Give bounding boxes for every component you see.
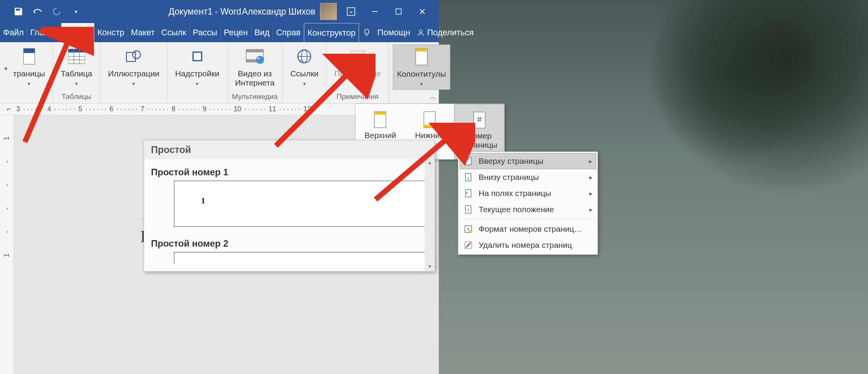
menu-item-label: Вверху страницы	[479, 157, 543, 166]
user-name: Александр Шихов	[242, 7, 315, 17]
customize-qat-icon[interactable]: ▾	[70, 5, 82, 18]
ribbon: ◂ траницы Таблица Таблицы	[0, 42, 439, 104]
pagenumber-button[interactable]: # Номер страницы ▾	[454, 104, 504, 159]
svg-rect-19	[246, 49, 263, 53]
gallery-scrollbar[interactable]: ▴ ▾	[425, 157, 435, 271]
scroll-up-icon[interactable]: ▴	[425, 157, 435, 167]
window-title: Документ1 - Word	[169, 7, 241, 17]
gallery-item-title: Простой номер 2	[151, 238, 428, 249]
tab-mailings[interactable]: Рассы	[190, 23, 221, 42]
addins-button[interactable]: Надстройки	[171, 44, 223, 89]
group-tables: Таблица Таблицы	[53, 42, 100, 103]
top-page-icon: #	[463, 156, 473, 166]
tell-me-icon[interactable]	[359, 23, 374, 42]
headerfooter-button[interactable]: Колонтитулы	[393, 44, 450, 90]
pages-button[interactable]: траницы	[9, 44, 49, 89]
pagenumber-menu: # Вверху страницы ▸ # Внизу страницы ▸ #…	[458, 152, 598, 255]
group-illustrations: Иллюстрации	[100, 42, 167, 103]
footer-icon	[421, 107, 438, 129]
gallery-item-title: Простой номер 1	[151, 167, 428, 178]
undo-icon[interactable]	[31, 5, 44, 18]
ribbon-tabs: Файл Главна Вставк Констр Макет Ссылк Ра…	[0, 23, 439, 42]
help-label[interactable]: Помощн	[374, 23, 413, 42]
user-avatar[interactable]	[320, 3, 337, 20]
menu-remove-numbers[interactable]: # Удалить номера страниц	[459, 237, 596, 253]
tab-file[interactable]: Файл	[0, 23, 27, 42]
ruler-tick: 9	[203, 105, 207, 113]
scroll-left-icon[interactable]: ◂	[4, 64, 7, 72]
menu-top-of-page[interactable]: # Вверху страницы ▸	[459, 153, 596, 169]
redo-icon[interactable]	[51, 5, 63, 18]
ruler-tick: 12	[304, 105, 311, 113]
menu-item-label: Удалить номера страниц	[479, 241, 572, 250]
menu-page-margins[interactable]: # На полях страницы ▸	[459, 185, 596, 201]
ruler-tick: 7	[141, 105, 144, 113]
tab-help[interactable]: Справ	[273, 23, 304, 42]
share-button[interactable]: Поделиться	[413, 23, 477, 42]
gallery-body: Простой номер 1 1 Простой номер 2	[144, 159, 435, 271]
submenu-arrow-icon: ▸	[589, 206, 592, 213]
tab-layout[interactable]: Макет	[128, 23, 158, 42]
ruler-tick: 5	[79, 105, 82, 113]
video-button[interactable]: Видео из Интернета	[231, 44, 278, 89]
svg-rect-44	[469, 230, 473, 233]
gallery-item-preview-2[interactable]	[174, 252, 427, 264]
ruler-tick: 8	[172, 105, 176, 113]
format-icon: #	[463, 224, 473, 234]
comment-button: + Примечание	[330, 44, 385, 80]
group-links-label	[282, 92, 326, 103]
comment-label: Примечание	[334, 69, 381, 78]
group-headerfooter-label	[389, 92, 454, 103]
illustrations-button[interactable]: Иллюстрации	[104, 44, 163, 89]
vertical-ruler[interactable]: 1 -- -- 1	[0, 115, 14, 374]
menu-separator	[460, 219, 596, 219]
group-links: Ссылки	[282, 42, 327, 103]
menu-item-label: Формат номеров страниц…	[479, 224, 582, 234]
tab-insert[interactable]: Вставк	[61, 23, 94, 42]
addins-icon	[187, 46, 208, 67]
header-label: Верхний	[364, 131, 396, 140]
menu-current-position[interactable]: # Текущее положение ▸	[459, 201, 596, 217]
gallery-header: Простой	[144, 140, 435, 159]
tab-design[interactable]: Констр	[94, 23, 128, 42]
group-addins-label	[167, 92, 227, 103]
titlebar-right: Александр Шихов	[242, 3, 439, 20]
tab-view[interactable]: Вид	[251, 23, 273, 42]
group-headerfooter: Колонтитулы	[389, 42, 454, 103]
svg-rect-29	[374, 112, 386, 115]
video-icon	[244, 46, 265, 67]
ruler-tick: 6	[110, 105, 113, 113]
scroll-down-icon[interactable]: ▾	[425, 261, 435, 271]
menu-bottom-of-page[interactable]: # Внизу страницы ▸	[459, 169, 596, 185]
quick-access-toolbar: ▾	[0, 5, 82, 18]
preview-number: 1	[201, 196, 205, 205]
maximize-icon[interactable]	[389, 4, 408, 19]
margins-icon: #	[463, 188, 473, 198]
table-label: Таблица	[61, 69, 92, 78]
pagenumber-label: Номер страницы	[461, 131, 497, 150]
table-icon	[66, 46, 87, 67]
svg-rect-2	[396, 9, 401, 14]
pagenumber-icon: #	[471, 107, 488, 129]
tab-references[interactable]: Ссылк	[158, 23, 190, 42]
close-icon[interactable]	[413, 4, 432, 19]
save-icon[interactable]	[12, 5, 25, 18]
ribbon-display-icon[interactable]	[341, 4, 361, 19]
footer-label: Нижний	[415, 131, 444, 140]
ruler-tick: 10	[234, 105, 241, 113]
menu-format-numbers[interactable]: # Формат номеров страниц…	[459, 221, 596, 237]
titlebar: ▾ Документ1 - Word Александр Шихов	[0, 0, 439, 23]
links-button[interactable]: Ссылки	[286, 44, 322, 89]
table-button[interactable]: Таблица	[57, 44, 96, 89]
tab-home[interactable]: Главна	[27, 23, 61, 42]
menu-item-label: Текущее положение	[479, 205, 554, 214]
minimize-icon[interactable]	[365, 4, 384, 19]
tab-design-tools[interactable]: Конструктор	[304, 23, 359, 42]
group-addins: Надстройки	[167, 42, 227, 103]
tab-review[interactable]: Рецен	[221, 23, 251, 42]
group-pages: ◂ траницы	[0, 42, 53, 103]
collapse-ribbon-icon[interactable]: ︿	[430, 92, 436, 102]
submenu-arrow-icon: ▸	[589, 190, 592, 197]
group-comments: + Примечание Примечания	[327, 42, 389, 103]
gallery-item-preview-1[interactable]: 1	[174, 181, 427, 227]
